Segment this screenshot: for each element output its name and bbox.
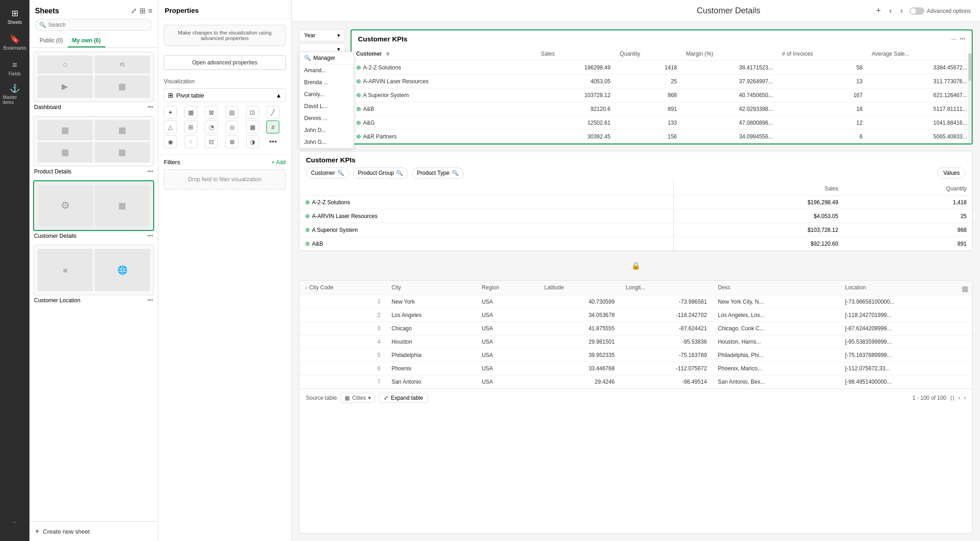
viz-icon-combo[interactable]: ⊡ bbox=[246, 106, 259, 119]
expand-icon[interactable]: ⊕ bbox=[305, 226, 310, 233]
expand-row-icon[interactable]: ⊕ bbox=[356, 119, 361, 126]
nav-sheets[interactable]: ⊞ Sheets bbox=[3, 5, 27, 29]
sheet-item-customer-details[interactable]: ⚙ ▦ Customer Details ••• bbox=[33, 180, 154, 239]
prev-button[interactable]: ‹ bbox=[888, 4, 894, 17]
create-sheet-button[interactable]: + Create new sheet bbox=[29, 521, 158, 541]
nav-bookmarks[interactable]: 🔖 Bookmarks bbox=[3, 30, 27, 54]
table-row[interactable]: ⊕A Superior System 103728.12 868 40.7450… bbox=[352, 88, 972, 102]
viz-icon-mekko[interactable]: ⊞ bbox=[184, 121, 197, 133]
expand-row-icon[interactable]: ⊕ bbox=[356, 133, 361, 140]
expand-row-icon[interactable]: ⊕ bbox=[356, 92, 361, 98]
manager-item-1[interactable]: Brenda ... bbox=[300, 76, 354, 88]
table-row[interactable]: ⊕A-2-Z Solutions $196,298.49 1,418 bbox=[300, 196, 972, 209]
table-row[interactable]: ⊕A&B $92,120.60 891 bbox=[300, 237, 972, 251]
tab-public[interactable]: Public (0) bbox=[35, 35, 68, 47]
table-row[interactable]: ⊕A Superior System $103,728.12 868 bbox=[300, 223, 972, 237]
viz-icon-gauge[interactable]: ◑ bbox=[246, 135, 259, 148]
open-adv-properties-button[interactable]: Open advanced properties bbox=[164, 55, 286, 70]
sheet-more-location[interactable]: ••• bbox=[147, 297, 153, 304]
list-view-icon[interactable]: ≡ bbox=[148, 7, 152, 15]
expand-row-icon[interactable]: ⊕ bbox=[356, 64, 361, 71]
table-row[interactable]: ⊕A&B 92120.6 891 42.0293398... 18 5117.8… bbox=[352, 102, 972, 116]
viz-icon-treemap[interactable]: ⊟ bbox=[205, 135, 218, 148]
page-next-button[interactable]: › bbox=[964, 395, 966, 401]
manager-item-3[interactable]: David L... bbox=[300, 100, 354, 112]
dim-customer-btn[interactable]: Customer 🔍 bbox=[306, 167, 349, 178]
filters-header: Filters + Add bbox=[164, 159, 286, 166]
table-row[interactable]: ⊕A&G 12502.61 133 47.0800896... 12 1041.… bbox=[352, 116, 972, 130]
sheet-item-product-details[interactable]: ▦ ▦ ▦ ▦ Product Details ••• bbox=[33, 116, 154, 175]
source-table-scroll[interactable]: ↕City Code City Region Latitude Longit..… bbox=[300, 281, 972, 389]
more-options-icon[interactable]: ••• bbox=[959, 36, 965, 42]
sheet-item-customer-location[interactable]: ▦ 🌐 Customer Location ••• bbox=[33, 245, 154, 304]
minimize-icon[interactable]: — bbox=[951, 36, 957, 42]
next-button[interactable]: › bbox=[899, 4, 905, 17]
sheet-more-product[interactable]: ••• bbox=[147, 168, 153, 175]
col-avg-sale: Average Sale... bbox=[867, 47, 972, 61]
sheet-more-customer[interactable]: ••• bbox=[147, 233, 153, 239]
expand-row-icon[interactable]: ⊕ bbox=[356, 78, 361, 85]
viz-icon-bullet[interactable]: ▤ bbox=[225, 106, 238, 119]
table-row[interactable]: ⊕A-2-Z Solutions 196298.49 1418 38.41715… bbox=[352, 61, 972, 75]
viz-icon-map[interactable]: ◉ bbox=[164, 135, 177, 148]
dim-product-group-btn[interactable]: Product Group 🔍 bbox=[353, 167, 408, 178]
kpi-table-1-scroll[interactable]: Customer ≡ Sales Quantity Margin (%) # o… bbox=[352, 47, 972, 144]
nav-master-items[interactable]: ⚓ Master items bbox=[3, 82, 27, 106]
viz-icon-grouped-bar[interactable]: ⊠ bbox=[205, 106, 218, 119]
viz-icon-bar[interactable]: ✦ bbox=[164, 106, 177, 119]
grid-view-icon[interactable]: ⊞ bbox=[139, 6, 145, 15]
viz-icon-pie[interactable]: ◔ bbox=[205, 121, 218, 133]
page-prev-button[interactable]: ‹ bbox=[958, 395, 960, 401]
sheet-item-dashboard[interactable]: ⬡ #1 ▶ ▦ Dashboard ••• bbox=[33, 52, 154, 110]
manager-item-6[interactable]: John G... bbox=[300, 136, 354, 148]
sheet-label-dashboard: Dashboard ••• bbox=[33, 102, 154, 110]
filters-add-button[interactable]: + Add bbox=[271, 159, 286, 166]
search-input[interactable] bbox=[35, 19, 152, 31]
expand-icon[interactable]: ⤢ bbox=[131, 6, 137, 15]
viz-icon-table[interactable]: ▦ bbox=[246, 121, 259, 133]
adv-options-toggle[interactable] bbox=[910, 7, 924, 15]
manager-item-5[interactable]: John D... bbox=[300, 124, 354, 136]
properties-title: Properties bbox=[158, 0, 291, 19]
manager-search-icon: 🔍 bbox=[304, 55, 311, 61]
nav-fields[interactable]: ≡ Fields bbox=[3, 56, 27, 80]
manager-item-0[interactable]: Amand... bbox=[300, 64, 354, 76]
pivot-col-sales: Sales bbox=[673, 182, 844, 196]
page-first-button[interactable]: ⟨⟨ bbox=[950, 395, 955, 401]
expand-icon[interactable]: ⊕ bbox=[305, 240, 310, 247]
viz-icon-donut[interactable]: ◎ bbox=[225, 121, 238, 133]
expand-table-button[interactable]: ⤢ Expand table bbox=[379, 393, 428, 403]
sort-icon[interactable]: ↕ bbox=[305, 285, 307, 290]
viz-icon-pivot-active[interactable]: # bbox=[266, 121, 279, 133]
viz-icon-scatter[interactable]: ⁘ bbox=[184, 135, 197, 148]
sheet-more-dashboard[interactable]: ••• bbox=[147, 104, 153, 110]
pivot-col-name bbox=[300, 182, 673, 196]
viz-icon-more[interactable]: ••• bbox=[266, 135, 279, 148]
viz-icon-waterfall[interactable]: ⊠ bbox=[225, 135, 238, 148]
scrollbar[interactable] bbox=[968, 53, 972, 144]
manager-item-4[interactable]: Dennis ... bbox=[300, 112, 354, 124]
manager-item-2[interactable]: Caroly... bbox=[300, 88, 354, 100]
col-margin: Margin (%) bbox=[681, 47, 777, 61]
expand-row-icon[interactable]: ⊕ bbox=[356, 105, 361, 112]
dim-product-type-btn[interactable]: Product Type 🔍 bbox=[412, 167, 464, 178]
viz-icon-stacked-bar[interactable]: ▦ bbox=[184, 106, 197, 119]
nav-bookmarks-label: Bookmarks bbox=[3, 46, 26, 51]
table-row[interactable]: ⊕A&R Partners 30392.45 156 34.0994556...… bbox=[352, 130, 972, 144]
nav-collapse[interactable]: ← bbox=[3, 510, 27, 534]
viz-icon-line[interactable]: ╱ bbox=[266, 106, 279, 119]
values-button[interactable]: Values bbox=[937, 167, 966, 178]
viz-icons-grid-3: ◉ ⁘ ⊟ ⊠ ◑ ••• bbox=[164, 135, 286, 148]
year-dropdown[interactable]: Year ▾ bbox=[299, 29, 345, 41]
table-row[interactable]: ⊕A-ARVIN Laser Resources 4053.05 25 37.9… bbox=[352, 75, 972, 88]
nav-sheets-label: Sheets bbox=[7, 20, 22, 25]
table-row[interactable]: ⊕A-ARVIN Laser Resources $4,053.05 25 bbox=[300, 209, 972, 223]
viz-icon-area[interactable]: △ bbox=[164, 121, 177, 133]
add-button[interactable]: + bbox=[874, 4, 883, 17]
col-invoices: # of Invoices bbox=[778, 47, 867, 61]
tab-my-own[interactable]: My own (6) bbox=[68, 35, 105, 47]
expand-icon[interactable]: ⊕ bbox=[305, 199, 310, 206]
adv-options-label: Advanced options bbox=[927, 8, 971, 14]
col-menu-icon[interactable]: ≡ bbox=[386, 51, 389, 57]
expand-icon[interactable]: ⊕ bbox=[305, 213, 310, 219]
